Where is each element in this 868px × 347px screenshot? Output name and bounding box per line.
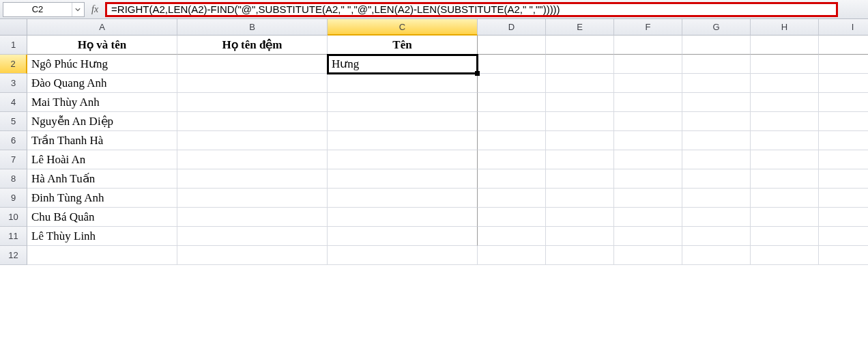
- cell-D12[interactable]: [478, 246, 546, 265]
- cell-C11[interactable]: [328, 227, 478, 246]
- cell-G12[interactable]: [682, 246, 751, 265]
- col-header-E[interactable]: E: [546, 19, 614, 36]
- cell-I2[interactable]: [819, 55, 868, 74]
- cell-H3[interactable]: [751, 74, 819, 93]
- cell-G11[interactable]: [682, 227, 751, 246]
- cell-D8[interactable]: [478, 169, 546, 189]
- cell-D6[interactable]: [478, 131, 546, 150]
- cell-G1[interactable]: [682, 36, 751, 55]
- name-box[interactable]: [3, 4, 72, 14]
- col-header-D[interactable]: D: [478, 19, 546, 36]
- select-all-corner[interactable]: [0, 19, 27, 36]
- cell-F3[interactable]: [614, 74, 682, 93]
- cell-E10[interactable]: [546, 208, 614, 227]
- cell-I10[interactable]: [819, 208, 868, 227]
- cell-B10[interactable]: [177, 208, 328, 227]
- cell-I1[interactable]: [819, 36, 868, 55]
- cell-D7[interactable]: [478, 150, 546, 169]
- fx-icon[interactable]: fx: [89, 4, 101, 15]
- cell-B9[interactable]: [177, 189, 328, 208]
- cell-D2[interactable]: [478, 55, 546, 74]
- cell-H1[interactable]: [751, 36, 819, 55]
- cell-C5[interactable]: [328, 112, 478, 131]
- cell-B2[interactable]: [177, 55, 328, 74]
- cell-B5[interactable]: [177, 112, 328, 131]
- cell-A7[interactable]: Lê Hoài An: [27, 150, 177, 169]
- formula-input[interactable]: [110, 3, 833, 16]
- row-header-10[interactable]: 10: [0, 208, 27, 227]
- cell-A9[interactable]: Đinh Tùng Anh: [27, 189, 177, 208]
- row-header-11[interactable]: 11: [0, 227, 27, 246]
- col-header-C[interactable]: C: [328, 19, 478, 36]
- cell-C3[interactable]: [328, 74, 478, 93]
- cell-I6[interactable]: [819, 131, 868, 150]
- cell-H10[interactable]: [751, 208, 819, 227]
- cell-F11[interactable]: [614, 227, 682, 246]
- cell-B11[interactable]: [177, 227, 328, 246]
- cell-I3[interactable]: [819, 74, 868, 93]
- cell-A11[interactable]: Lê Thùy Linh: [27, 227, 177, 246]
- row-header-12[interactable]: 12: [0, 246, 27, 265]
- cell-A4[interactable]: Mai Thùy Anh: [27, 93, 177, 112]
- cell-B6[interactable]: [177, 131, 328, 150]
- row-header-7[interactable]: 7: [0, 150, 27, 169]
- col-header-I[interactable]: I: [819, 19, 868, 36]
- cell-C4[interactable]: [328, 93, 478, 112]
- cell-E12[interactable]: [546, 246, 614, 265]
- cell-H4[interactable]: [751, 93, 819, 112]
- cell-G3[interactable]: [682, 74, 751, 93]
- cell-F5[interactable]: [614, 112, 682, 131]
- cell-G10[interactable]: [682, 208, 751, 227]
- cell-B1[interactable]: Họ tên đệm: [177, 36, 328, 55]
- cell-D10[interactable]: [478, 208, 546, 227]
- cell-E9[interactable]: [546, 189, 614, 208]
- cell-I11[interactable]: [819, 227, 868, 246]
- cell-F12[interactable]: [614, 246, 682, 265]
- col-header-B[interactable]: B: [177, 19, 328, 36]
- cell-I9[interactable]: [819, 189, 868, 208]
- cell-E7[interactable]: [546, 150, 614, 169]
- cell-F2[interactable]: [614, 55, 682, 74]
- row-header-5[interactable]: 5: [0, 112, 27, 131]
- cell-F6[interactable]: [614, 131, 682, 150]
- cell-G5[interactable]: [682, 112, 751, 131]
- cell-H8[interactable]: [751, 169, 819, 189]
- cell-A10[interactable]: Chu Bá Quân: [27, 208, 177, 227]
- cell-E8[interactable]: [546, 169, 614, 189]
- cell-I12[interactable]: [819, 246, 868, 265]
- cell-C9[interactable]: [328, 189, 478, 208]
- cell-A8[interactable]: Hà Anh Tuấn: [27, 169, 177, 189]
- cell-H11[interactable]: [751, 227, 819, 246]
- cell-I8[interactable]: [819, 169, 868, 189]
- cell-H7[interactable]: [751, 150, 819, 169]
- row-header-4[interactable]: 4: [0, 93, 27, 112]
- col-header-A[interactable]: A: [27, 19, 177, 36]
- cell-H6[interactable]: [751, 131, 819, 150]
- cell-E6[interactable]: [546, 131, 614, 150]
- cell-C6[interactable]: [328, 131, 478, 150]
- cell-C7[interactable]: [328, 150, 478, 169]
- cell-F7[interactable]: [614, 150, 682, 169]
- cell-G7[interactable]: [682, 150, 751, 169]
- cell-B4[interactable]: [177, 93, 328, 112]
- cell-E2[interactable]: [546, 55, 614, 74]
- cell-C2[interactable]: Hưng: [328, 55, 478, 74]
- cell-D1[interactable]: [478, 36, 546, 55]
- cell-G6[interactable]: [682, 131, 751, 150]
- col-header-G[interactable]: G: [682, 19, 751, 36]
- cell-D3[interactable]: [478, 74, 546, 93]
- row-header-2[interactable]: 2: [0, 55, 27, 74]
- cell-B3[interactable]: [177, 74, 328, 93]
- cell-A1[interactable]: Họ và tên: [27, 36, 177, 55]
- cell-H12[interactable]: [751, 246, 819, 265]
- cell-G9[interactable]: [682, 189, 751, 208]
- cell-A2[interactable]: Ngô Phúc Hưng: [27, 55, 177, 74]
- cell-D5[interactable]: [478, 112, 546, 131]
- cell-F4[interactable]: [614, 93, 682, 112]
- cell-F10[interactable]: [614, 208, 682, 227]
- col-header-H[interactable]: H: [751, 19, 819, 36]
- row-header-3[interactable]: 3: [0, 74, 27, 93]
- cell-G4[interactable]: [682, 93, 751, 112]
- cell-F9[interactable]: [614, 189, 682, 208]
- cell-A3[interactable]: Đào Quang Anh: [27, 74, 177, 93]
